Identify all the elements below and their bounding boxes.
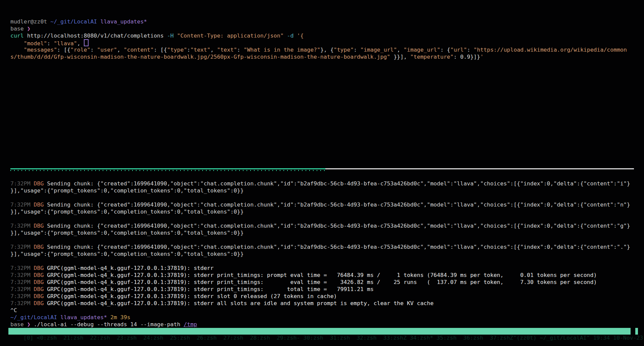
terminal-text-segment: s/thumb/d/dd/Gfp-wisconsin-madison-the-n… <box>10 54 390 60</box>
terminal-line: }],"usage":{"prompt_tokens":0,"completio… <box>10 208 644 215</box>
divider-teal-segment <box>10 168 325 171</box>
tmux-status-bar[interactable]: [0] <0:zsh 21:zsh 22:zsh 23:zsh 24:zsh 2… <box>8 328 638 335</box>
terminal-text-segment <box>31 293 34 299</box>
terminal-text-segment: : [{ <box>57 47 70 53</box>
terminal-text-segment: "type" <box>334 47 354 53</box>
terminal-line: "messages": [{"role": "user", "content":… <box>10 46 644 53</box>
terminal-text-segment: Sending chunk: {"created":1699641090,"ob… <box>44 223 630 229</box>
terminal-text-segment: , <box>397 47 404 53</box>
terminal-text-segment: llava_updates* <box>60 314 107 321</box>
terminal-line: base ❯ ./local-ai --debug --threads 14 -… <box>10 321 644 328</box>
terminal-text-segment: "temperature" <box>410 54 453 60</box>
terminal-text-segment: "image_url" <box>360 47 397 53</box>
terminal-window[interactable]: mudler@zz0t ~/_git/LocalAI llava_updates… <box>0 0 644 346</box>
terminal-text-segment: DBG <box>34 272 44 278</box>
terminal-text-segment: 7:32PM <box>10 272 31 278</box>
terminal-text-segment: DBG <box>34 300 44 306</box>
terminal-text-segment: /tmp <box>184 321 197 328</box>
terminal-text-segment: -d <box>287 33 294 39</box>
terminal-text-segment <box>31 272 34 278</box>
terminal-line: s/thumb/d/dd/Gfp-wisconsin-madison-the-n… <box>10 53 644 60</box>
terminal-text-segment: "url" <box>450 47 467 53</box>
terminal-text-segment <box>10 40 24 47</box>
terminal-text-segment <box>31 286 34 292</box>
terminal-text-segment: "https://upload.wikimedia.org/wikipedia/… <box>474 47 627 53</box>
terminal-text-segment: ' <box>480 54 484 60</box>
terminal-text-segment: : <box>187 47 191 53</box>
terminal-text-segment: DBG <box>34 286 44 292</box>
terminal-line <box>10 236 644 243</box>
terminal-text-segment: 7:32PM <box>10 223 31 229</box>
terminal-text-segment: 7:32PM <box>10 265 31 271</box>
terminal-text-segment <box>174 33 177 39</box>
debug-log-block: 7:32PM DBG Sending chunk: {"created":169… <box>10 180 644 328</box>
terminal-text-segment <box>31 265 34 271</box>
terminal-text-segment: : <box>90 47 97 53</box>
terminal-line: 7:32PM DBG GRPC(ggml-model-q4_k.gguf-127… <box>10 286 644 293</box>
terminal-text-segment: 7:32PM <box>10 201 31 208</box>
terminal-text-segment: "Content-Type: application/json" <box>177 33 284 39</box>
pane-divider <box>10 168 644 171</box>
terminal-line: 7:32PM DBG Sending chunk: {"created":169… <box>10 222 644 229</box>
terminal-text-segment: llava_updates* <box>100 18 147 25</box>
terminal-text-segment: "messages" <box>24 47 57 53</box>
terminal-text-segment: 7:32PM <box>10 300 31 306</box>
terminal-text-segment: , <box>77 40 84 47</box>
divider-gap <box>10 171 644 180</box>
terminal-line: base ❯ <box>10 25 644 32</box>
terminal-text-segment: }],"usage":{"prompt_tokens":0,"completio… <box>10 187 244 194</box>
terminal-text-segment: DBG <box>34 201 44 208</box>
terminal-line: 7:32PM DBG Sending chunk: {"created":169… <box>10 201 644 208</box>
terminal-text-segment: http://localhost:8080/v1/chat/completion… <box>24 33 167 39</box>
terminal-line: }],"usage":{"prompt_tokens":0,"completio… <box>10 250 644 257</box>
terminal-text-segment <box>284 33 287 39</box>
terminal-text-segment: "llava" <box>54 40 77 47</box>
terminal-text-segment: 7:32PM <box>10 244 31 250</box>
terminal-text-segment: "role" <box>70 47 91 53</box>
terminal-text-segment: Sending chunk: {"created":1699641090,"ob… <box>44 180 630 187</box>
terminal-text-segment: 2m 39s <box>110 314 130 321</box>
terminal-text-segment <box>31 180 34 187</box>
terminal-text-segment: , <box>117 47 124 53</box>
terminal-text-segment: "image_url" <box>404 47 440 53</box>
terminal-text-segment: DBG <box>34 293 44 299</box>
terminal-text-segment: "text" <box>217 47 237 53</box>
terminal-line <box>10 215 644 222</box>
terminal-line: ^C <box>10 307 644 314</box>
terminal-text-segment <box>31 223 34 229</box>
terminal-text-segment: 7:32PM <box>10 180 31 187</box>
terminal-line: 7:32PM DBG GRPC(ggml-model-q4_k.gguf-127… <box>10 293 644 300</box>
terminal-text-segment: '{ <box>297 33 304 39</box>
terminal-content: mudler@zz0t ~/_git/LocalAI llava_updates… <box>0 0 644 328</box>
terminal-text-segment: ~/_git/LocalAI <box>50 18 97 25</box>
terminal-text-segment: }}], <box>390 54 410 60</box>
terminal-text-segment: curl <box>10 33 24 39</box>
terminal-line <box>10 257 644 265</box>
terminal-text-segment: }],"usage":{"prompt_tokens":0,"completio… <box>10 251 244 257</box>
terminal-text-segment: DBG <box>34 279 44 285</box>
terminal-text-segment: GRPC(ggml-model-q4_k.gguf-127.0.0.1:3781… <box>44 272 597 278</box>
terminal-text-segment: DBG <box>34 223 44 229</box>
terminal-text-segment: GRPC(ggml-model-q4_k.gguf-127.0.0.1:3781… <box>44 286 373 292</box>
terminal-text-segment <box>31 201 34 208</box>
terminal-text-segment <box>57 314 60 321</box>
terminal-text-segment: GRPC(ggml-model-q4_k.gguf-127.0.0.1:3781… <box>44 265 214 271</box>
terminal-text-segment: GRPC(ggml-model-q4_k.gguf-127.0.0.1:3781… <box>44 293 337 299</box>
terminal-text-segment: DBG <box>34 265 44 271</box>
terminal-text-segment: ❯ <box>27 321 31 328</box>
terminal-text-segment: GRPC(ggml-model-q4_k.gguf-127.0.0.1:3781… <box>44 300 433 306</box>
terminal-text-segment: 7:32PM <box>10 293 31 299</box>
terminal-text-segment: "user" <box>97 47 117 53</box>
terminal-text-segment: "type" <box>167 47 187 53</box>
terminal-text-segment: : <box>354 47 360 53</box>
empty-scrollback-region <box>10 60 644 168</box>
terminal-text-segment: }],"usage":{"prompt_tokens":0,"completio… <box>10 209 244 215</box>
terminal-text-segment: : 0.9}]} <box>453 54 480 60</box>
terminal-text-segment: : { <box>440 47 450 53</box>
terminal-text-segment: DBG <box>34 180 44 187</box>
terminal-text-segment: ~/_git/LocalAI <box>10 314 57 321</box>
terminal-text-segment: DBG <box>34 244 44 250</box>
terminal-line: 7:32PM DBG GRPC(ggml-model-q4_k.gguf-127… <box>10 265 644 272</box>
terminal-text-segment: base <box>10 321 27 328</box>
terminal-line: curl http://localhost:8080/v1/chat/compl… <box>10 32 644 39</box>
